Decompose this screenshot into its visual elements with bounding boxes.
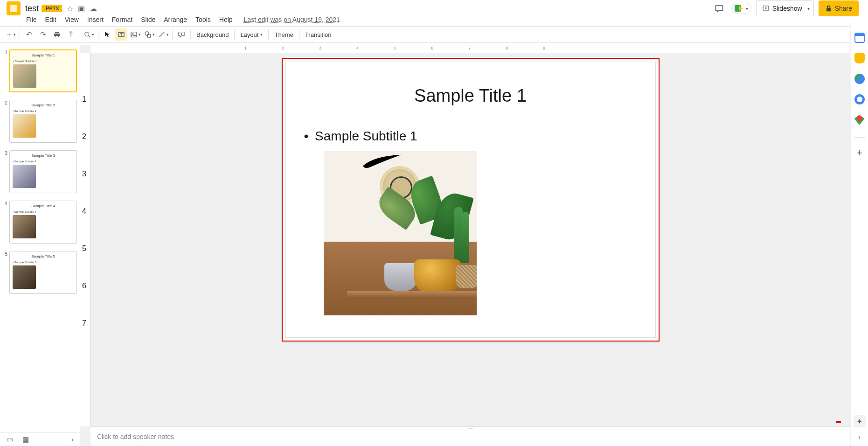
menu-slide[interactable]: Slide — [141, 16, 155, 23]
slideshow-dropdown[interactable]: ▾ — [804, 0, 814, 16]
grid-view-icon[interactable]: ▦ — [22, 435, 29, 444]
separator — [190, 29, 191, 40]
canvas-area: 1 2 3 4 5 6 7 8 9 1 2 3 4 5 6 7 Sample T… — [80, 45, 850, 446]
menu-file[interactable]: File — [26, 16, 37, 23]
slide-canvas[interactable]: Sample Title 1 Sample Subtitle 1 — [282, 58, 660, 341]
comment-icon — [715, 4, 724, 13]
zoom-button[interactable] — [83, 28, 95, 41]
ruler-mark: 9 — [543, 46, 545, 50]
thumb-subtitle: Sample Subtitle 5 — [13, 261, 36, 264]
explore-button[interactable]: ✦ — [854, 415, 866, 427]
hide-sidepanel-icon[interactable]: › — [858, 433, 861, 441]
slide-thumbnail-2[interactable]: 2 Sample Title 2 Sample Subtitle 2 — [2, 98, 78, 148]
separator — [172, 29, 173, 40]
thumb-image — [13, 215, 36, 238]
slide-thumbnail-5[interactable]: 5 Sample Title 5 Sample Subtitle 5 — [2, 249, 78, 300]
paint-format-button[interactable] — [65, 28, 77, 41]
line-tool[interactable] — [157, 28, 169, 41]
new-slide-button[interactable]: ＋ — [5, 28, 17, 41]
tasks-icon[interactable] — [854, 74, 865, 84]
cloud-status-icon[interactable]: ☁ — [90, 4, 97, 13]
canvas-subtitle-text[interactable]: Sample Subtitle 1 — [312, 129, 417, 144]
ruler-mark: 2 — [82, 132, 86, 141]
background-button[interactable]: Background — [193, 28, 232, 41]
comments-button[interactable] — [712, 1, 727, 16]
comment-tool[interactable] — [175, 28, 187, 41]
thumb-title: Sample Title 1 — [10, 53, 76, 57]
canvas-image[interactable] — [324, 151, 477, 315]
pptx-badge: .PPTX — [42, 5, 62, 12]
titlebar: test .PPTX ☆ ▣ ☁ ▾ Slideshow ▾ Share — [0, 0, 868, 15]
menu-view[interactable]: View — [65, 16, 79, 23]
separator — [98, 29, 98, 40]
slide-thumbnail-4[interactable]: 4 Sample Title 4 Sample Subtitle 4 — [2, 199, 78, 249]
menu-edit[interactable]: Edit — [45, 16, 56, 23]
svg-rect-6 — [147, 34, 151, 37]
calendar-icon[interactable] — [854, 33, 865, 43]
thumb-title: Sample Title 2 — [10, 103, 76, 107]
theme-button[interactable]: Theme — [271, 28, 297, 41]
slide-number: 5 — [3, 251, 9, 294]
speaker-notes[interactable]: Click to add speaker notes — [90, 429, 850, 446]
star-icon[interactable]: ☆ — [67, 4, 73, 13]
redo-button[interactable]: ↷ — [37, 28, 49, 41]
move-icon[interactable]: ▣ — [78, 4, 85, 13]
menu-tools[interactable]: Tools — [195, 16, 211, 23]
collapse-filmstrip-icon[interactable]: ‹ — [71, 435, 74, 443]
last-edit-link[interactable]: Last edit was on August 19, 2021 — [244, 16, 340, 23]
print-button[interactable] — [51, 28, 63, 41]
slides-logo[interactable] — [7, 1, 21, 15]
thumb-subtitle: Sample Subtitle 1 — [13, 60, 37, 63]
thumb-subtitle: Sample Subtitle 3 — [13, 160, 36, 163]
ruler-mark: 4 — [82, 207, 86, 216]
slide-thumbnail-3[interactable]: 3 Sample Title 3 Sample Subtitle 3 — [2, 148, 78, 199]
filmstrip-footer: ▭ ▦ ‹ — [0, 432, 80, 446]
contacts-icon[interactable] — [854, 94, 865, 105]
slide-number: 2 — [3, 100, 9, 143]
menu-arrange[interactable]: Arrange — [164, 16, 187, 23]
share-button[interactable]: Share — [819, 0, 859, 16]
filmstrip-view-icon[interactable]: ▭ — [7, 435, 13, 444]
ruler-mark: 5 — [394, 46, 396, 50]
select-tool[interactable] — [101, 28, 113, 41]
undo-button[interactable]: ↶ — [23, 28, 35, 41]
menubar: File Edit View Insert Format Slide Arran… — [0, 15, 868, 26]
toolbar: ＋ ↶ ↷ Background Layout Theme Transition… — [0, 26, 868, 43]
thumb-title: Sample Title 5 — [10, 254, 76, 258]
thumb-subtitle: Sample Subtitle 4 — [13, 210, 36, 213]
image-tool[interactable] — [129, 28, 141, 41]
menu-help[interactable]: Help — [219, 16, 233, 23]
slide-thumbnail-1[interactable]: 1 Sample Title 1 Sample Subtitle 1 — [2, 48, 78, 98]
layout-button[interactable]: Layout — [236, 28, 266, 41]
slide-number: 3 — [3, 150, 9, 193]
maps-icon[interactable] — [854, 115, 865, 125]
canvas-title-text[interactable]: Sample Title 1 — [283, 86, 659, 106]
thumb-image — [13, 64, 36, 88]
slideshow-button[interactable]: Slideshow — [756, 0, 808, 16]
line-icon — [158, 31, 166, 38]
add-on-plus-icon[interactable]: + — [854, 148, 865, 158]
vertical-ruler[interactable]: 1 2 3 4 5 6 7 — [80, 53, 90, 426]
horizontal-ruler[interactable]: 1 2 3 4 5 6 7 8 9 — [90, 45, 850, 53]
thumb-image — [13, 114, 36, 138]
separator — [268, 29, 269, 40]
ruler-mark: 4 — [356, 46, 359, 50]
menu-insert[interactable]: Insert — [87, 16, 104, 23]
meet-button[interactable]: ▾ — [731, 3, 751, 14]
keep-icon[interactable] — [854, 53, 865, 63]
image-icon — [130, 31, 138, 38]
leaf-shape — [454, 207, 463, 263]
filmstrip[interactable]: 1 Sample Title 1 Sample Subtitle 1 2 Sam… — [0, 45, 80, 446]
slideshow-label: Slideshow — [772, 5, 802, 12]
canvas-viewport[interactable]: Sample Title 1 Sample Subtitle 1 — [90, 53, 850, 426]
menu-format[interactable]: Format — [112, 16, 132, 23]
textbox-tool[interactable] — [115, 28, 127, 41]
thumb-image — [13, 265, 36, 289]
shape-tool[interactable] — [143, 28, 155, 41]
share-label: Share — [835, 5, 852, 12]
paint-icon — [67, 31, 75, 38]
document-title[interactable]: test — [25, 4, 39, 14]
ruler-mark: 2 — [282, 46, 284, 50]
svg-point-5 — [145, 32, 149, 35]
transition-button[interactable]: Transition — [301, 28, 335, 41]
